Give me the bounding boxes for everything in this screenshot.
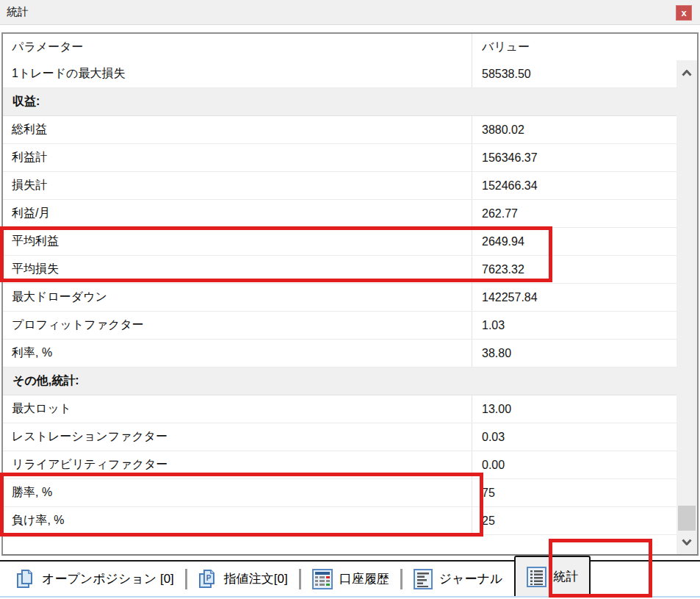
chevron-down-icon xyxy=(682,539,692,545)
panel-titlebar: 統計 x xyxy=(0,0,700,25)
table-row: 利益/月 262.77 xyxy=(3,200,697,228)
tab-label: ジャーナル xyxy=(439,570,503,587)
table-row: 損失計 152466.34 xyxy=(3,172,697,200)
row-param: 平均損失 xyxy=(3,262,472,277)
row-param: レストレーションファクター xyxy=(3,429,472,445)
journal-lines-icon xyxy=(414,569,433,589)
row-value: 3880.02 xyxy=(472,116,697,143)
bottom-tabbar: オープンポジション [0] P 指値注文[0] xyxy=(0,560,700,596)
tab-separator xyxy=(185,569,187,589)
row-value: 262.77 xyxy=(472,200,697,227)
table-row-average-loss: 平均損失 7623.32 xyxy=(3,256,697,284)
column-header-value: バリュー xyxy=(472,34,697,60)
tab-separator xyxy=(299,569,301,589)
section-row: その他,統計: xyxy=(3,367,697,395)
pending-orders-page-icon: P xyxy=(198,569,217,589)
tab-pending-orders[interactable]: P 指値注文[0] xyxy=(194,564,292,594)
tab-open-positions[interactable]: オープンポジション [0] xyxy=(12,564,178,594)
row-value: 75 xyxy=(472,479,697,506)
table-row-win-ratio: 勝率, % 75 xyxy=(3,479,697,507)
tab-label: 指値注文[0] xyxy=(224,570,288,587)
row-value: 2649.94 xyxy=(472,228,697,255)
row-param: リライアビリティファクター xyxy=(3,457,472,473)
row-param: 勝率, % xyxy=(3,485,472,501)
scroll-up-button[interactable] xyxy=(676,65,697,81)
scroll-down-button[interactable] xyxy=(676,534,697,550)
tab-separator xyxy=(400,569,403,589)
row-param: 利率, % xyxy=(3,345,472,361)
table-row: 利率, % 38.80 xyxy=(3,340,697,367)
table-row-average-profit: 平均利益 2649.94 xyxy=(3,228,697,256)
row-value: 156346.37 xyxy=(472,144,697,171)
row-value: 7623.32 xyxy=(472,256,697,283)
row-param: 1トレードの最大損失 xyxy=(3,66,472,82)
table-row: プロフィットファクター 1.03 xyxy=(3,312,697,340)
open-positions-pages-icon xyxy=(16,569,35,589)
table-row: 利益計 156346.37 xyxy=(3,144,697,172)
row-value: 58538.50 xyxy=(472,60,697,87)
table-row: リライアビリティファクター 0.00 xyxy=(3,451,697,479)
table-row: 1トレードの最大損失 58538.50 xyxy=(3,60,697,88)
row-param: プロフィットファクター xyxy=(3,318,472,333)
row-param: 損失計 xyxy=(3,178,472,193)
row-param: 負け率, % xyxy=(3,513,472,528)
table-row: 総利益 3880.02 xyxy=(3,116,697,144)
tab-label: 口座履歴 xyxy=(339,570,389,587)
account-history-table-icon xyxy=(312,569,333,589)
row-value: 142257.84 xyxy=(472,284,697,311)
row-param: 最大ドローダウン xyxy=(3,290,472,305)
table-row-loss-ratio: 負け率, % 25 xyxy=(3,507,697,535)
bottom-accent-line xyxy=(0,596,700,598)
row-value: 13.00 xyxy=(472,395,697,423)
section-row: 収益: xyxy=(3,88,697,116)
section-label: 収益: xyxy=(3,94,697,110)
statistics-panel: 統計 x パラメーター バリュー 1トレードの最大損失 58538.50 収益:… xyxy=(0,0,700,599)
row-param: 利益計 xyxy=(3,150,472,165)
tab-label: 統計 xyxy=(553,568,578,585)
table-row: 最大ドローダウン 142257.84 xyxy=(3,284,697,312)
statistics-list-icon xyxy=(527,567,546,587)
section-label: その他,統計: xyxy=(3,373,697,389)
vertical-scrollbar[interactable] xyxy=(676,60,697,554)
row-value: 38.80 xyxy=(472,340,697,367)
row-param: 最大ロット xyxy=(3,401,472,417)
row-value: 1.03 xyxy=(472,312,697,339)
panel-title: 統計 xyxy=(0,5,29,19)
svg-text:P: P xyxy=(206,574,211,582)
tab-account-history[interactable]: 口座履歴 xyxy=(308,564,394,594)
row-value: 0.00 xyxy=(472,451,697,478)
row-value: 0.03 xyxy=(472,423,697,451)
table-row: 最大ロット 13.00 xyxy=(3,395,697,423)
scrollbar-thumb[interactable] xyxy=(678,506,696,531)
chevron-up-icon xyxy=(682,70,692,76)
statistics-table: パラメーター バリュー 1トレードの最大損失 58538.50 収益: 総利益 … xyxy=(1,32,699,556)
close-button[interactable]: x xyxy=(676,5,692,21)
table-row: レストレーションファクター 0.03 xyxy=(3,423,697,451)
row-param: 利益/月 xyxy=(3,206,472,221)
row-value: 152466.34 xyxy=(472,172,697,199)
tab-journal[interactable]: ジャーナル xyxy=(409,564,508,594)
tab-label: オープンポジション [0] xyxy=(42,570,174,587)
column-header-parameter: パラメーター xyxy=(3,40,472,55)
row-param: 平均利益 xyxy=(3,234,472,249)
row-value: 25 xyxy=(472,507,697,534)
tab-statistics[interactable]: 統計 xyxy=(514,556,591,596)
table-header-row: パラメーター バリュー xyxy=(3,34,697,60)
row-param: 総利益 xyxy=(3,122,472,137)
